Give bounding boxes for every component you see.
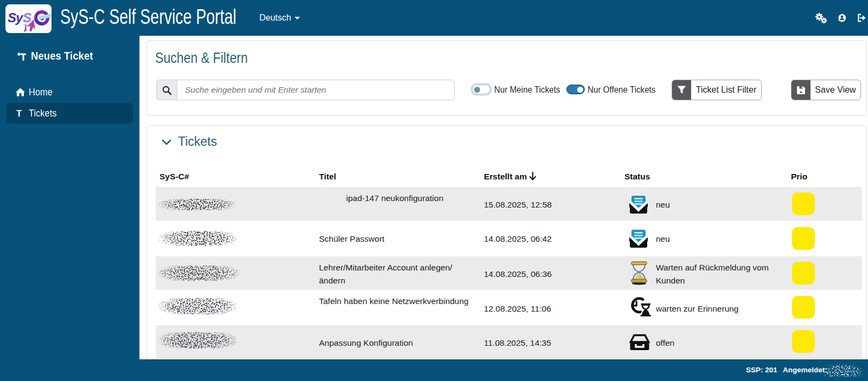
svg-text:S: S [23,10,31,25]
svg-text:Sy: Sy [8,10,24,25]
